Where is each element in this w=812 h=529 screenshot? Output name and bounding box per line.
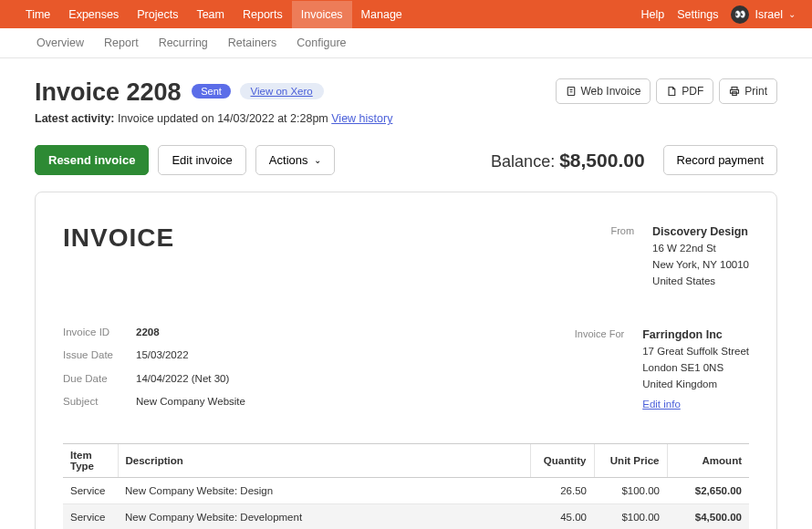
col-price: Unit Price (594, 444, 667, 478)
table-row: ServiceNew Company Website: Development4… (63, 504, 749, 529)
from-l2: New York, NY 10010 (652, 259, 749, 270)
page-title: Invoice 2208 (35, 78, 182, 106)
invoice-meta: Invoice ID 2208 Issue Date 15/03/2022 Du… (63, 327, 245, 413)
cell-type: Service (63, 504, 118, 529)
nav-manage[interactable]: Manage (352, 1, 411, 28)
page: Invoice 2208 Sent View on Xero Latest ac… (0, 58, 812, 529)
col-amount: Amount (667, 444, 749, 478)
cell-amount: $2,650.00 (667, 478, 749, 504)
sub-nav: Overview Report Recurring Retainers Conf… (0, 28, 812, 58)
balance: Balance: $8,500.00 (491, 150, 645, 171)
for-label: Invoice For (571, 327, 624, 413)
meta-due-v: 14/04/2022 (Net 30) (136, 373, 245, 389)
nav-expenses[interactable]: Expenses (59, 1, 128, 28)
receipt-icon (566, 86, 577, 97)
cell-qty: 26.50 (530, 478, 594, 504)
nav-invoices[interactable]: Invoices (292, 1, 352, 28)
view-history-link[interactable]: View history (331, 112, 392, 125)
user-name: Israel (755, 8, 783, 21)
nav-team[interactable]: Team (187, 1, 234, 28)
meta-issue-v: 15/03/2022 (136, 349, 245, 366)
for-name: Farringdon Inc (642, 328, 723, 341)
table-row: ServiceNew Company Website: Design26.50$… (63, 478, 749, 504)
view-on-xero-link[interactable]: View on Xero (240, 83, 324, 99)
actions-label: Actions (269, 153, 308, 167)
user-menu[interactable]: 👀 Israel ⌄ (731, 5, 796, 24)
invoice-document: INVOICE From Discovery Design 16 W 22nd … (35, 192, 777, 529)
subnav-overview[interactable]: Overview (36, 36, 84, 49)
nav-reports[interactable]: Reports (234, 1, 292, 28)
subnav-recurring[interactable]: Recurring (159, 36, 208, 49)
cell-price: $100.00 (594, 478, 667, 504)
meta-id-v: 2208 (136, 327, 160, 337)
edit-info-link[interactable]: Edit info (642, 397, 681, 413)
meta-issue-k: Issue Date (63, 349, 120, 366)
cell-price: $100.00 (594, 504, 667, 529)
print-icon (729, 86, 740, 97)
for-address: Farringdon Inc 17 Great Suffolk Street L… (642, 327, 749, 413)
nav-right: Help Settings 👀 Israel ⌄ (641, 5, 796, 24)
line-items-table: Item Type Description Quantity Unit Pric… (63, 443, 749, 529)
record-payment-button[interactable]: Record payment (663, 145, 777, 175)
cell-desc: New Company Website: Development (118, 504, 530, 529)
cell-desc: New Company Website: Design (118, 478, 530, 504)
for-l1: 17 Great Suffolk Street (642, 346, 749, 357)
from-name: Discovery Design (652, 225, 748, 238)
chevron-down-icon: ⌄ (314, 155, 321, 165)
nav-projects[interactable]: Projects (128, 1, 187, 28)
resend-button[interactable]: Resend invoice (35, 145, 149, 175)
meta-subject-k: Subject (63, 396, 120, 412)
nav-settings[interactable]: Settings (677, 8, 718, 21)
latest-activity: Latest activity: Invoice updated on 14/0… (35, 112, 392, 125)
document-icon (666, 86, 677, 97)
from-address: Discovery Design 16 W 22nd St New York, … (652, 223, 749, 290)
heading-row: Invoice 2208 Sent View on Xero Latest ac… (35, 78, 777, 125)
from-l1: 16 W 22nd St (652, 243, 716, 254)
web-invoice-button[interactable]: Web Invoice (556, 78, 651, 104)
pdf-button[interactable]: PDF (656, 78, 713, 104)
from-label: From (581, 223, 634, 290)
balance-value: $8,500.00 (559, 150, 644, 171)
for-l2: London SE1 0NS (642, 362, 724, 373)
meta-id-k: Invoice ID (63, 327, 120, 343)
top-nav: Time Expenses Projects Team Reports Invo… (0, 0, 812, 28)
latest-label: Latest activity: (35, 112, 115, 125)
nav-time[interactable]: Time (16, 1, 59, 28)
cell-amount: $4,500.00 (667, 504, 749, 529)
col-qty: Quantity (530, 444, 594, 478)
meta-due-k: Due Date (63, 373, 120, 389)
balance-label: Balance: (491, 152, 555, 171)
col-desc: Description (118, 444, 530, 478)
meta-subject-v: New Company Website (136, 396, 245, 412)
for-l3: United Kingdom (642, 379, 717, 389)
cell-qty: 45.00 (530, 504, 594, 529)
latest-text: Invoice updated on 14/03/2022 at 2:28pm (118, 112, 328, 125)
print-label: Print (744, 85, 767, 98)
col-type: Item Type (63, 444, 118, 478)
cell-type: Service (63, 478, 118, 504)
avatar: 👀 (731, 5, 749, 24)
status-badge: Sent (192, 84, 231, 99)
print-button[interactable]: Print (719, 78, 777, 104)
subnav-report[interactable]: Report (104, 36, 139, 49)
from-l3: United States (652, 275, 715, 286)
action-row: Resend invoice Edit invoice Actions ⌄ Ba… (35, 145, 777, 175)
title-block: Invoice 2208 Sent View on Xero Latest ac… (35, 78, 392, 125)
subnav-configure[interactable]: Configure (297, 36, 346, 49)
doc-heading: INVOICE (63, 223, 174, 290)
top-actions: Web Invoice PDF Print (556, 78, 778, 104)
pdf-label: PDF (682, 85, 703, 98)
nav-help[interactable]: Help (641, 8, 665, 21)
chevron-down-icon: ⌄ (788, 9, 796, 19)
svg-rect-0 (567, 88, 575, 96)
table-header: Item Type Description Quantity Unit Pric… (63, 444, 749, 478)
edit-invoice-button[interactable]: Edit invoice (158, 145, 245, 175)
subnav-retainers[interactable]: Retainers (228, 36, 277, 49)
web-invoice-label: Web Invoice (581, 85, 641, 98)
nav-primary: Time Expenses Projects Team Reports Invo… (16, 1, 411, 28)
actions-dropdown[interactable]: Actions ⌄ (255, 145, 335, 175)
